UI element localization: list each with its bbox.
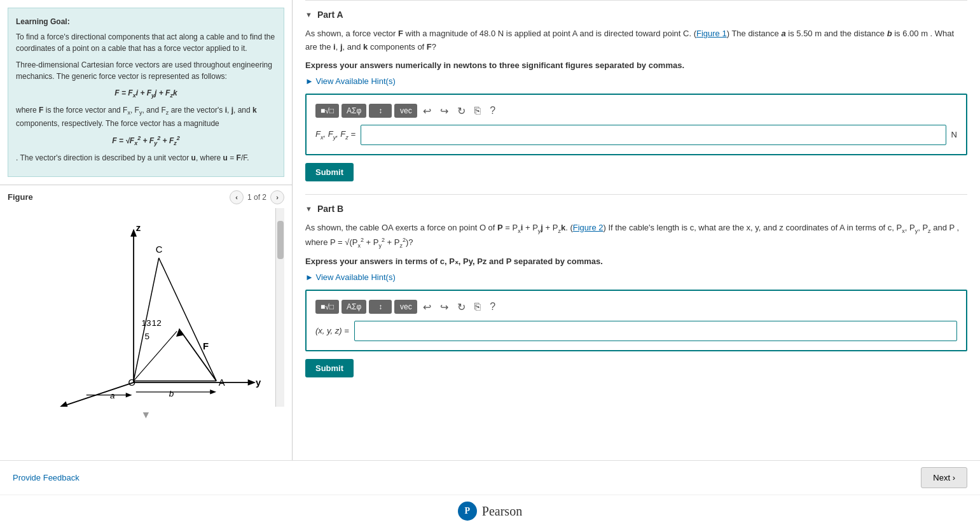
part-b-problem: As shown, the cable OA exerts a force on…: [305, 221, 967, 250]
part-b-hint-arrow-icon: ►: [305, 272, 314, 282]
bottom-bar: Provide Feedback Next ›: [0, 460, 980, 495]
formula-mag: F = √Fx2 + Fy2 + Fz2: [16, 134, 276, 148]
part-b-keyboard-btn[interactable]: ⎘: [471, 300, 484, 314]
pearson-icon: P: [458, 502, 477, 521]
part-b-answer-box: ■√□ ΑΣφ ↕ vec ↩ ↪ ↻ ⎘ ? (x, y, z) =: [305, 290, 967, 351]
part-b-symbol-btn[interactable]: ΑΣφ: [342, 300, 366, 314]
figure-next-button[interactable]: ›: [270, 190, 284, 204]
part-b-vec-btn[interactable]: vec: [394, 300, 417, 314]
part-a-symbol-btn[interactable]: ΑΣφ: [342, 104, 366, 118]
part-a-input-row: Fx, Fy, Fz = N: [315, 125, 957, 145]
feedback-link[interactable]: Provide Feedback: [13, 473, 79, 482]
part-b-undo-btn[interactable]: ↩: [420, 300, 434, 314]
part-b-toolbar: ■√□ ΑΣφ ↕ vec ↩ ↪ ↻ ⎘ ?: [315, 300, 957, 314]
part-b-redo-btn[interactable]: ↪: [437, 300, 452, 314]
description3: . The vector's direction is described by…: [16, 152, 276, 164]
part-b-sqrt-btn[interactable]: ■√□: [315, 300, 339, 314]
svg-line-4: [63, 383, 134, 406]
svg-text:z: z: [136, 223, 141, 233]
part-b-collapse-icon: ▼: [305, 205, 312, 213]
figure1-link[interactable]: Figure 1: [696, 29, 727, 38]
scrollbar[interactable]: [275, 208, 284, 407]
part-a-input[interactable]: [361, 125, 946, 145]
part-b-submit-button[interactable]: Submit: [305, 359, 354, 377]
part-b-header[interactable]: ▼ Part B: [305, 204, 967, 214]
part-b-input-row: (x, y, z) =: [315, 321, 957, 341]
pearson-logo: P Pearson: [458, 502, 522, 521]
scrollbar-thumb[interactable]: [277, 221, 284, 259]
svg-line-18: [134, 331, 177, 381]
svg-text:F: F: [203, 341, 209, 351]
part-a-keyboard-btn[interactable]: ⎘: [471, 104, 484, 118]
part-a-sqrt-btn[interactable]: ■√□: [315, 104, 339, 118]
part-a-label: Part A: [317, 10, 343, 20]
part-a-collapse-icon: ▼: [305, 11, 312, 18]
part-a-express: Express your answers numerically in newt…: [305, 60, 967, 70]
learning-goal-text: To find a force's directional components…: [16, 31, 276, 54]
figure-prev-button[interactable]: ‹: [230, 190, 244, 204]
svg-text:x: x: [53, 404, 59, 407]
scroll-down-arrow[interactable]: ▼: [8, 407, 284, 423]
svg-marker-25: [126, 393, 132, 397]
right-panel: ▼ Part A As shown, a force vector F with…: [293, 0, 980, 460]
part-a-input-label: Fx, Fy, Fz =: [315, 129, 355, 141]
part-a-hint-link[interactable]: ► View Available Hint(s): [305, 76, 967, 86]
svg-text:5: 5: [144, 331, 149, 341]
part-a-reset-btn[interactable]: ↻: [454, 104, 469, 118]
part-a-section: ▼ Part A As shown, a force vector F with…: [305, 0, 967, 181]
part-b-express: Express your answers in terms of c, Pₓ, …: [305, 256, 967, 266]
figure2-link[interactable]: Figure 2: [573, 223, 604, 232]
part-a-arrow-btn[interactable]: ↕: [369, 104, 392, 118]
svg-text:A: A: [219, 377, 225, 388]
part-b-input-label: (x, y, z) =: [315, 326, 349, 335]
part-b-reset-btn[interactable]: ↻: [454, 300, 469, 314]
figure-diagram: z y x O C A: [8, 208, 275, 407]
part-a-undo-btn[interactable]: ↩: [420, 104, 434, 118]
footer: P Pearson: [0, 495, 980, 527]
pearson-logo-letter: P: [465, 506, 471, 516]
svg-line-13: [159, 258, 216, 381]
formula-main: F = Fxi + Fyj + Fzk: [16, 87, 276, 101]
part-b-section: ▼ Part B As shown, the cable OA exerts a…: [305, 194, 967, 377]
part-b-input[interactable]: [354, 321, 957, 341]
svg-text:C: C: [156, 244, 163, 254]
learning-goal-title: Learning Goal:: [16, 16, 276, 27]
part-a-problem: As shown, a force vector F with a magnit…: [305, 27, 967, 54]
part-b-help-btn[interactable]: ?: [487, 300, 499, 314]
svg-marker-5: [59, 401, 68, 407]
part-a-vec-btn[interactable]: vec: [394, 104, 417, 118]
figure-page: 1 of 2: [247, 193, 266, 202]
next-button[interactable]: Next ›: [921, 467, 967, 488]
svg-text:12: 12: [152, 318, 162, 327]
svg-text:13: 13: [142, 318, 151, 327]
part-b-hint-link[interactable]: ► View Available Hint(s): [305, 272, 967, 282]
part-b-label: Part B: [317, 204, 343, 214]
svg-marker-3: [248, 379, 256, 386]
svg-marker-16: [176, 328, 184, 337]
figure-nav: ‹ 1 of 2 ›: [230, 190, 284, 204]
part-a-redo-btn[interactable]: ↪: [437, 104, 452, 118]
part-a-unit: N: [951, 130, 957, 139]
part-a-toolbar: ■√□ ΑΣφ ↕ vec ↩ ↪ ↻ ⎘ ?: [315, 104, 957, 118]
learning-goal-box: Learning Goal: To find a force's directi…: [8, 8, 284, 177]
svg-text:b: b: [169, 389, 174, 398]
figure-section: Figure ‹ 1 of 2 ›: [0, 185, 292, 429]
part-b-arrow-btn[interactable]: ↕: [369, 300, 392, 314]
hint-arrow-icon: ►: [305, 76, 314, 86]
svg-line-15: [181, 331, 216, 381]
description2: where F is the force vector and Fx, Fy, …: [16, 104, 276, 129]
part-a-header[interactable]: ▼ Part A: [305, 10, 967, 20]
description1: Three-dimensional Cartesian force vector…: [16, 59, 276, 82]
svg-text:y: y: [256, 377, 261, 388]
part-a-submit-button[interactable]: Submit: [305, 163, 354, 181]
part-a-answer-box: ■√□ ΑΣφ ↕ vec ↩ ↪ ↻ ⎘ ? Fx, Fy, Fz = N: [305, 94, 967, 155]
pearson-brand-name: Pearson: [482, 504, 522, 519]
figure-title: Figure: [8, 192, 33, 202]
part-a-help-btn[interactable]: ?: [487, 104, 499, 118]
svg-marker-27: [210, 390, 216, 394]
